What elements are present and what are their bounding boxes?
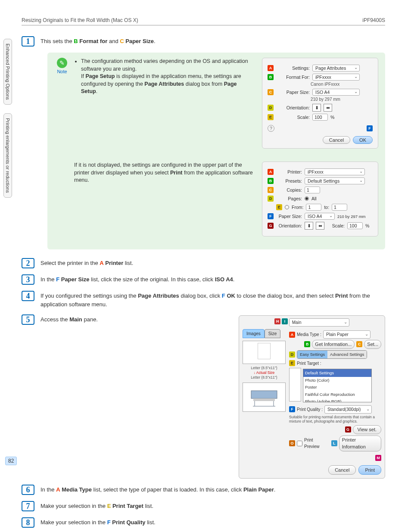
step-1-number: 1 (22, 36, 34, 47)
orientation-portrait-button[interactable]: ⬍ (312, 104, 321, 112)
step-6-number: 6 (22, 485, 34, 495)
ok-button[interactable]: OK (353, 136, 373, 144)
main-print-button[interactable]: Print (358, 465, 381, 475)
page-attributes-dialog: ASettings:Page Attributes BFormat For:iP… (262, 58, 378, 149)
side-tab-enhanced[interactable]: Enhanced Printing Options (3, 39, 12, 105)
step-1-text: This sets the B Format for and C Paper S… (40, 36, 385, 46)
step-3-text: In the F Paper Size list, click the size… (40, 274, 385, 284)
step-3-number: 3 (22, 274, 34, 285)
step-5-text: Access the Main pane. H I Main Images Si… (40, 314, 385, 479)
pages-all-radio[interactable] (305, 196, 309, 201)
format-for-dropdown[interactable]: iPFxxxx (312, 74, 360, 81)
settings-mode-toggle[interactable]: Easy SettingsAdvanced Settings (297, 350, 367, 359)
cancel-button[interactable]: Cancel (323, 136, 350, 144)
step-4-number: 4 (22, 291, 34, 301)
svg-rect-0 (251, 391, 277, 398)
step-2-number: 2 (22, 258, 34, 268)
help-button[interactable]: ? (268, 125, 274, 132)
print-scale-input[interactable]: 100 (347, 222, 363, 229)
printer-dropdown[interactable]: iPFxxxx (305, 168, 365, 175)
main-cancel-button[interactable]: Cancel (328, 465, 356, 475)
side-tab-enlarge[interactable]: Printing enlargements or reductions (3, 113, 12, 198)
print-preview-checkbox[interactable] (297, 441, 302, 446)
page-number: 82 (5, 457, 17, 465)
step-2-text: Select the printer in the A Printer list… (40, 258, 385, 268)
print-quality-dropdown[interactable]: Standard(300dpi) (324, 405, 372, 414)
paper-size-dropdown[interactable]: ISO A4 (312, 89, 360, 96)
print-paper-size-dropdown[interactable]: ISO A4 (305, 213, 335, 220)
step-8-text: Make your selection in the F Print Quali… (40, 517, 385, 527)
step-8-number: 8 (22, 517, 34, 528)
main-pane-dropdown[interactable]: Main (289, 318, 349, 327)
step-6-text: In the A Media Type list, select the typ… (40, 485, 385, 494)
page-preview (243, 341, 286, 364)
step-7-text: Make your selection in the E Print Targe… (40, 501, 385, 510)
get-information-button[interactable]: Get Information... (312, 340, 355, 349)
main-pane-screenshot: H I Main Images Size Letter (8.5"x11") ↓… (239, 315, 385, 479)
note-icon: ✎ Note (54, 58, 70, 74)
printer-information-button[interactable]: Printer Information (339, 436, 381, 451)
page-header: Resizing Originals to Fit the Roll Width… (22, 17, 385, 25)
presets-dropdown[interactable]: Default Settings (305, 177, 365, 184)
header-right: iPF9400S (362, 17, 385, 23)
printer-preview (243, 383, 286, 412)
step-7-number: 7 (22, 501, 34, 511)
size-tab[interactable]: Size (265, 329, 280, 338)
pages-range-radio[interactable] (285, 205, 289, 209)
scale-input[interactable]: 100 (312, 114, 328, 121)
view-set-button[interactable]: View set. (353, 425, 381, 434)
note-block: ✎ Note The configuration method varies d… (47, 53, 385, 249)
images-tab[interactable]: Images (243, 329, 265, 338)
print-orient-portrait[interactable]: ⬍ (305, 222, 313, 230)
header-left: Resizing Originals to Fit the Roll Width… (22, 17, 138, 23)
set-button[interactable]: Set... (364, 340, 381, 349)
step-4-text: If you configured the settings using the… (40, 291, 385, 308)
target-thumb (289, 368, 301, 401)
print-orient-landscape[interactable]: ⬌ (316, 222, 324, 230)
copies-input[interactable]: 1 (305, 187, 320, 193)
orientation-landscape-button[interactable]: ⬌ (324, 104, 332, 112)
svg-rect-1 (253, 398, 275, 401)
from-input[interactable]: 1 (306, 204, 321, 211)
print-target-list[interactable]: Default Settings Photo (Color) Poster Fa… (303, 369, 372, 402)
to-input[interactable]: 1 (332, 204, 347, 211)
settings-dropdown[interactable]: Page Attributes (312, 65, 360, 72)
quality-note: Suitable for printing normal documents t… (289, 415, 381, 423)
print-dialog: APrinter:iPFxxxx BPresets:Default Settin… (262, 162, 378, 236)
step-5-number: 5 (22, 314, 34, 325)
media-type-dropdown[interactable]: Plain Paper (323, 330, 371, 339)
